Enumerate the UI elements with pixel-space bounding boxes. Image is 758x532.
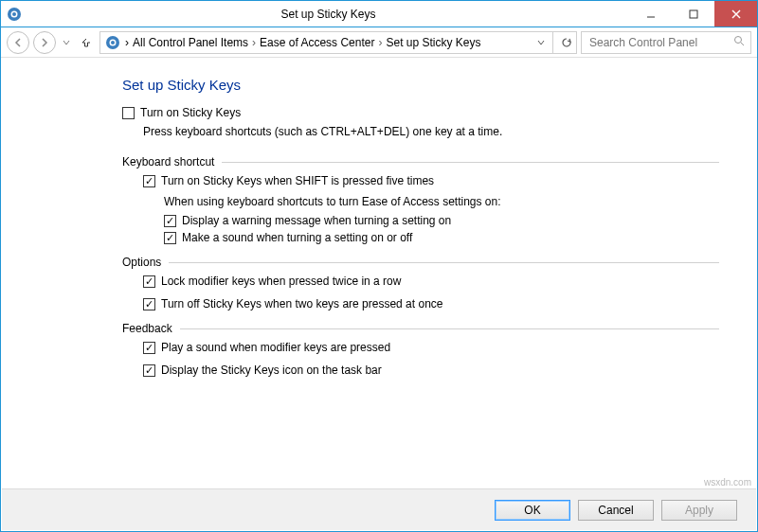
group-title: Options bbox=[122, 256, 161, 269]
turn-on-checkbox[interactable] bbox=[122, 107, 135, 119]
shift5-label: Turn on Sticky Keys when SHIFT is presse… bbox=[161, 174, 434, 187]
refresh-button[interactable] bbox=[552, 32, 572, 53]
control-panel-icon bbox=[104, 34, 121, 51]
group-divider bbox=[169, 262, 719, 263]
playsound-label: Play a sound when modifier keys are pres… bbox=[161, 341, 390, 354]
group-keyboard-shortcut: Keyboard shortcut Turn on Sticky Keys wh… bbox=[122, 155, 719, 244]
group-divider bbox=[180, 328, 719, 329]
breadcrumb-sep: › bbox=[376, 36, 384, 49]
up-button[interactable] bbox=[77, 33, 96, 52]
forward-button[interactable] bbox=[33, 31, 56, 54]
back-button[interactable] bbox=[7, 31, 29, 54]
svg-point-2 bbox=[12, 12, 16, 16]
taskbar-label: Display the Sticky Keys icon on the task… bbox=[161, 364, 382, 377]
apply-label: Apply bbox=[685, 504, 713, 517]
breadcrumb-sep: › bbox=[250, 36, 258, 49]
watermark: wsxdn.com bbox=[704, 477, 751, 488]
group-title: Keyboard shortcut bbox=[122, 155, 214, 168]
titlebar: Set up Sticky Keys bbox=[1, 1, 757, 27]
twokeys-label: Turn off Sticky Keys when two keys are p… bbox=[161, 297, 442, 310]
apply-button[interactable]: Apply bbox=[661, 500, 737, 521]
shortcut-subnote: When using keyboard shortcuts to turn Ea… bbox=[164, 195, 719, 208]
dialog-footer: OK Cancel Apply bbox=[2, 488, 756, 530]
address-bar[interactable]: › All Control Panel Items › Ease of Acce… bbox=[99, 31, 577, 54]
taskbar-checkbox[interactable] bbox=[143, 364, 155, 377]
svg-point-9 bbox=[111, 41, 115, 44]
search-icon bbox=[733, 35, 745, 49]
breadcrumb-sep: › bbox=[125, 36, 129, 49]
titlebar-app-icon bbox=[1, 1, 27, 27]
svg-rect-4 bbox=[690, 10, 697, 18]
search-input[interactable] bbox=[587, 35, 720, 50]
warn-checkbox[interactable] bbox=[164, 215, 176, 227]
search-box[interactable] bbox=[581, 31, 751, 54]
cancel-label: Cancel bbox=[598, 504, 633, 517]
maximize-button[interactable] bbox=[672, 1, 714, 27]
page-title: Set up Sticky Keys bbox=[122, 77, 719, 93]
close-button[interactable] bbox=[714, 1, 757, 27]
recent-locations-button[interactable] bbox=[60, 39, 73, 46]
breadcrumb-item[interactable]: Set up Sticky Keys bbox=[386, 36, 480, 49]
playsound-checkbox[interactable] bbox=[143, 342, 155, 354]
shift5-checkbox[interactable] bbox=[143, 175, 155, 187]
lock-label: Lock modifier keys when pressed twice in… bbox=[161, 275, 401, 288]
minimize-button[interactable] bbox=[629, 1, 672, 27]
content-pane: Set up Sticky Keys Turn on Sticky Keys P… bbox=[1, 58, 757, 488]
svg-point-10 bbox=[735, 37, 742, 44]
cancel-button[interactable]: Cancel bbox=[578, 500, 654, 521]
group-divider bbox=[222, 162, 719, 163]
ok-button[interactable]: OK bbox=[495, 500, 570, 521]
twokeys-checkbox[interactable] bbox=[143, 298, 155, 310]
sound-label: Make a sound when turning a setting on o… bbox=[182, 231, 412, 244]
window-title: Set up Sticky Keys bbox=[27, 1, 629, 27]
navbar: › All Control Panel Items › Ease of Acce… bbox=[1, 27, 757, 58]
ok-label: OK bbox=[524, 504, 540, 517]
group-feedback: Feedback Play a sound when modifier keys… bbox=[122, 322, 719, 377]
turn-on-label: Turn on Sticky Keys bbox=[140, 106, 241, 119]
breadcrumb: All Control Panel Items › Ease of Access… bbox=[133, 36, 481, 49]
lock-checkbox[interactable] bbox=[143, 275, 155, 288]
turn-on-row: Turn on Sticky Keys bbox=[122, 106, 719, 119]
sound-checkbox[interactable] bbox=[164, 232, 176, 244]
breadcrumb-item[interactable]: All Control Panel Items bbox=[133, 36, 248, 49]
group-options: Options Lock modifier keys when pressed … bbox=[122, 256, 719, 310]
turn-on-description: Press keyboard shortcuts (such as CTRL+A… bbox=[143, 125, 719, 138]
address-dropdown[interactable] bbox=[537, 36, 545, 49]
svg-line-11 bbox=[741, 43, 744, 45]
warn-label: Display a warning message when turning a… bbox=[182, 214, 451, 227]
breadcrumb-item[interactable]: Ease of Access Center bbox=[260, 36, 374, 49]
group-title: Feedback bbox=[122, 322, 172, 335]
